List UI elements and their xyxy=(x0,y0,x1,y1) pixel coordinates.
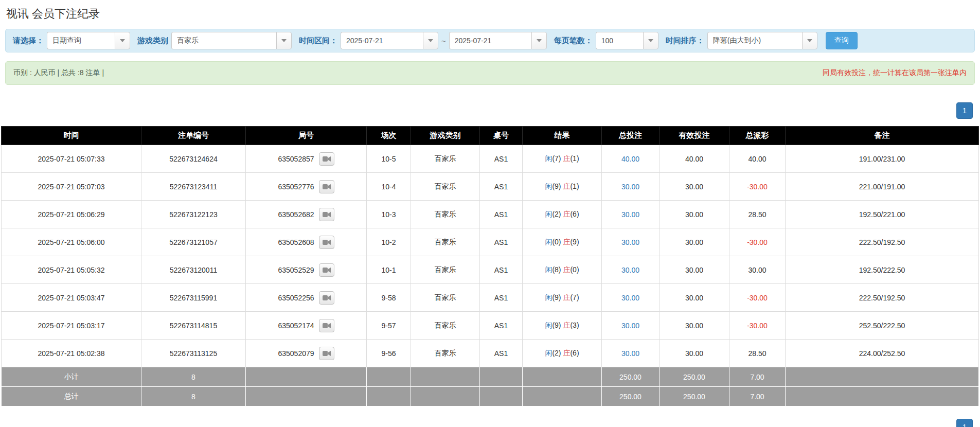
player-result-label: 闲 xyxy=(545,321,552,329)
table-row: 2025-07-21 05:03:47 522673115991 6350522… xyxy=(2,284,979,312)
date-to-dropdown-toggle[interactable] xyxy=(531,32,547,49)
valid-bet: 40.00 xyxy=(660,145,729,173)
col-header-valid-bet: 有效投注 xyxy=(660,127,729,145)
banker-result-label: 庄 xyxy=(563,321,570,329)
sort-order-dropdown-toggle[interactable] xyxy=(802,32,817,49)
round-video-button[interactable] xyxy=(319,263,334,277)
col-header-table-no: 桌号 xyxy=(480,127,523,145)
result-cell: 闲(9) 庄(7) xyxy=(523,284,602,312)
video-icon xyxy=(323,295,331,301)
total-bet-link[interactable]: 30.00 xyxy=(621,266,639,274)
bet-time: 2025-07-21 05:07:03 xyxy=(2,173,141,201)
query-type-combobox xyxy=(47,32,130,49)
query-type-dropdown-toggle[interactable] xyxy=(115,32,130,49)
total-bet-link[interactable]: 30.00 xyxy=(621,322,639,330)
bet-id: 522673120011 xyxy=(141,256,246,284)
page-size-dropdown-toggle[interactable] xyxy=(643,32,658,49)
summary-empty-cell xyxy=(786,367,979,387)
round-cell: 635052682 xyxy=(246,201,367,228)
table-row: 2025-07-21 05:07:03 522673123411 6350527… xyxy=(2,173,979,201)
player-result-label: 闲 xyxy=(545,238,552,246)
bet-id: 522673122123 xyxy=(141,201,246,228)
bet-id: 522673114815 xyxy=(141,312,246,340)
chevron-down-icon xyxy=(281,39,287,42)
result-cell: 闲(8) 庄(0) xyxy=(523,256,602,284)
total-bet-link[interactable]: 30.00 xyxy=(621,349,639,358)
valid-bet: 30.00 xyxy=(660,201,729,228)
game-type-input[interactable] xyxy=(171,32,276,49)
banker-result-score: (6) xyxy=(570,210,579,218)
bet-id: 522673115991 xyxy=(141,284,246,312)
round-id: 635052776 xyxy=(278,183,314,191)
game-type: 百家乐 xyxy=(411,340,480,367)
game-type: 百家乐 xyxy=(411,173,480,201)
note: 252.50/222.50 xyxy=(786,312,979,340)
sort-order-input[interactable] xyxy=(707,32,802,49)
date-from-dropdown-toggle[interactable] xyxy=(423,32,438,49)
round-video-button[interactable] xyxy=(319,319,334,332)
total-bet-cell: 40.00 xyxy=(602,145,660,173)
summary-valid-bet: 250.00 xyxy=(660,367,729,387)
session: 10-5 xyxy=(367,145,411,173)
round-cell: 635052174 xyxy=(246,312,367,340)
page: 视讯 会员下注纪录 请选择： 游戏类别 时间区间： ~ 每页笔数： 时间排序： xyxy=(0,6,980,427)
summary-empty-cell xyxy=(523,387,602,406)
bet-time: 2025-07-21 05:07:33 xyxy=(2,145,141,173)
video-icon xyxy=(323,323,331,329)
valid-bet: 30.00 xyxy=(660,173,729,201)
game-type: 百家乐 xyxy=(411,145,480,173)
summary-empty-cell xyxy=(786,387,979,406)
round-video-button[interactable] xyxy=(319,152,334,166)
table-number: AS1 xyxy=(480,312,523,340)
page-size-input[interactable] xyxy=(596,32,643,49)
table-number: AS1 xyxy=(480,284,523,312)
banker-result-score: (7) xyxy=(570,293,579,301)
pagination-bottom: 1 xyxy=(5,419,973,427)
pagination-page-1-bottom[interactable]: 1 xyxy=(956,419,973,427)
date-to-input[interactable] xyxy=(449,32,531,49)
col-header-bet-id: 注单编号 xyxy=(141,127,246,145)
video-icon xyxy=(323,156,331,162)
date-to-combobox xyxy=(449,32,547,49)
player-result-label: 闲 xyxy=(545,154,552,163)
search-button[interactable]: 查询 xyxy=(826,32,858,49)
filter-bar: 请选择： 游戏类别 时间区间： ~ 每页笔数： 时间排序： xyxy=(5,29,975,52)
valid-bet: 30.00 xyxy=(660,228,729,256)
total-bet-link[interactable]: 30.00 xyxy=(621,238,639,246)
banker-result-label: 庄 xyxy=(563,238,570,246)
round-video-button[interactable] xyxy=(319,180,334,193)
total-bet-link[interactable]: 30.00 xyxy=(621,294,639,302)
total-bet-link[interactable]: 30.00 xyxy=(621,183,639,191)
pagination-page-1[interactable]: 1 xyxy=(956,102,973,119)
summary-empty-cell xyxy=(367,387,411,406)
total-bet-link[interactable]: 40.00 xyxy=(621,155,639,163)
note: 191.00/231.00 xyxy=(786,145,979,173)
table-number: AS1 xyxy=(480,340,523,367)
col-header-game-type: 游戏类别 xyxy=(411,127,480,145)
game-type-dropdown-toggle[interactable] xyxy=(276,32,292,49)
round-video-button[interactable] xyxy=(319,347,334,360)
note: 192.50/222.50 xyxy=(786,256,979,284)
query-type-input[interactable] xyxy=(47,32,115,49)
summary-valid-bet: 250.00 xyxy=(660,387,729,406)
date-from-input[interactable] xyxy=(341,32,423,49)
round-video-button[interactable] xyxy=(319,291,334,305)
player-result-score: (9) xyxy=(552,182,561,190)
summary-empty-cell xyxy=(411,387,480,406)
table-row: 2025-07-21 05:03:17 522673114815 6350521… xyxy=(2,312,979,340)
round-cell: 635052079 xyxy=(246,340,367,367)
round-video-button[interactable] xyxy=(319,236,334,249)
total-bet-cell: 30.00 xyxy=(602,201,660,228)
bet-records-table: 时间 注单编号 局号 场次 游戏类别 桌号 结果 总投注 有效投注 总派彩 备注… xyxy=(1,126,979,406)
summary-total-bet: 250.00 xyxy=(602,387,660,406)
round-id: 635052682 xyxy=(278,210,314,219)
round-video-button[interactable] xyxy=(319,208,334,221)
total-bet-cell: 30.00 xyxy=(602,340,660,367)
session: 9-57 xyxy=(367,312,411,340)
player-result-label: 闲 xyxy=(545,349,552,357)
table-row: 2025-07-21 05:02:38 522673113125 6350520… xyxy=(2,340,979,367)
total-bet-cell: 30.00 xyxy=(602,228,660,256)
total-bet-link[interactable]: 30.00 xyxy=(621,210,639,219)
bet-id: 522673123411 xyxy=(141,173,246,201)
player-result-score: (2) xyxy=(552,210,561,218)
